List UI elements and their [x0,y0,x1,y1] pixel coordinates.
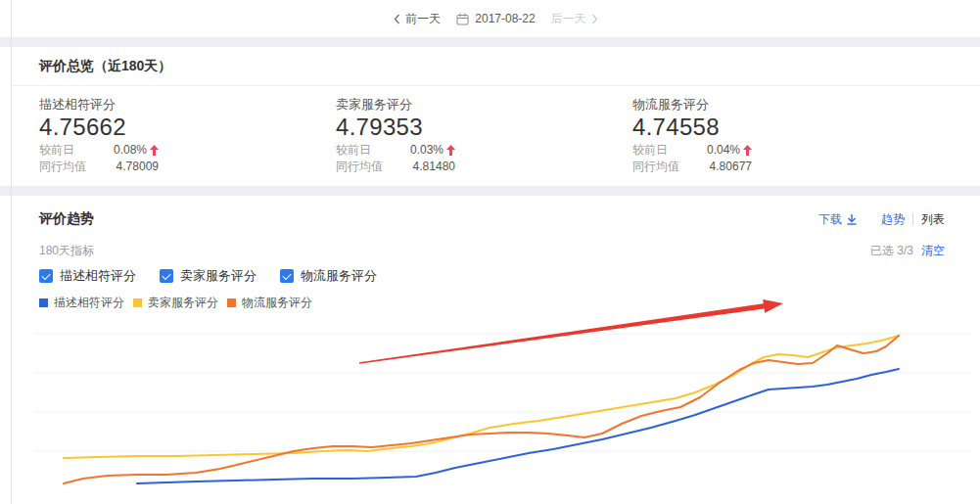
checkbox-logistics-service[interactable]: 物流服务评分 [280,267,377,285]
up-arrow-icon [446,145,455,156]
stat-logistics-service: 物流服务评分 4.74558 较前日 0.04% 同行均值 4.80677 [632,96,929,175]
vs-prev-day-value: 0.08% [114,142,147,159]
peer-avg-value: 4.80677 [710,159,752,175]
selected-count: 已选 3/3 [870,243,913,259]
stat-seller-service: 卖家服务评分 4.79353 较前日 0.03% 同行均值 4.81480 [336,96,632,175]
vs-prev-day-value: 0.03% [410,142,443,159]
calendar-icon [456,13,469,25]
prev-day-label: 前一天 [405,11,441,27]
checkbox-label: 描述相符评分 [60,267,136,285]
period-label: 180天指标 [39,243,94,259]
legend-swatch-blue [39,298,48,307]
legend-label: 物流服务评分 [242,295,312,311]
date-navigation-bar: 前一天 2017-08-22 后一天 [12,0,980,37]
legend-label: 描述相符评分 [54,295,124,311]
peer-avg-label: 同行均值 [336,159,393,175]
vs-prev-day-label: 较前日 [632,142,689,159]
overview-stats: 描述相符评分 4.75662 较前日 0.08% 同行均值 4.78009 卖家… [12,86,980,175]
download-button[interactable]: 下载 [818,211,858,228]
stat-desc-match: 描述相符评分 4.75662 较前日 0.08% 同行均值 4.78009 [39,96,336,175]
checkbox-checked-icon [39,269,53,283]
legend-logistics-service: 物流服务评分 [227,295,312,311]
legend-swatch-orange [227,298,236,307]
view-switch-divider [912,213,913,225]
chevron-left-icon [394,14,400,24]
chevron-right-icon [591,14,598,24]
clear-selection-button[interactable]: 清空 [921,243,945,259]
prev-day-button[interactable]: 前一天 [394,11,441,27]
up-arrow-icon [743,145,752,156]
legend-label: 卖家服务评分 [148,295,218,311]
overview-card: 评价总览（近180天） 描述相符评分 4.75662 较前日 0.08% 同行均… [12,47,980,186]
peer-avg-label: 同行均值 [39,159,96,175]
vs-prev-day-value: 0.04% [707,142,740,159]
checkbox-label: 物流服务评分 [301,267,377,285]
stat-value: 4.79353 [336,113,632,142]
checkbox-checked-icon [160,269,173,283]
checkbox-seller-service[interactable]: 卖家服务评分 [160,267,257,285]
page-left-divider [11,0,12,504]
stat-label: 描述相符评分 [39,96,336,113]
peer-avg-value: 4.81480 [413,159,455,175]
chart-legend: 描述相符评分 卖家服务评分 物流服务评分 [39,295,945,311]
peer-avg-label: 同行均值 [632,159,689,175]
checkbox-checked-icon [280,269,294,283]
download-icon [846,213,858,225]
overview-title: 评价总览（近180天） [39,58,171,75]
stat-value: 4.75662 [39,113,336,142]
trend-title: 评价趋势 [39,210,94,228]
current-date: 2017-08-22 [475,12,535,25]
peer-avg-value: 4.78009 [117,159,159,175]
next-day-label: 后一天 [551,11,586,27]
date-picker[interactable]: 2017-08-22 [456,12,535,25]
stat-label: 物流服务评分 [632,96,929,113]
legend-desc-match: 描述相符评分 [39,295,124,311]
trend-card: 评价趋势 下载 趋势 列表 180天指标 已选 3/3 清空 [12,196,980,504]
metric-checkboxes: 描述相符评分 卖家服务评分 物流服务评分 [39,267,945,285]
checkbox-desc-match[interactable]: 描述相符评分 [39,267,136,285]
section-gap [0,186,980,196]
checkbox-label: 卖家服务评分 [180,267,257,285]
legend-swatch-yellow [133,298,142,307]
vs-prev-day-label: 较前日 [39,142,96,159]
up-arrow-icon [150,145,159,156]
legend-seller-service: 卖家服务评分 [133,295,218,311]
view-list-tab[interactable]: 列表 [921,211,945,228]
section-gap [0,37,980,47]
vs-prev-day-label: 较前日 [336,142,393,159]
stat-label: 卖家服务评分 [336,96,632,113]
view-trend-tab[interactable]: 趋势 [881,211,905,228]
stat-value: 4.74558 [632,113,929,142]
next-day-button[interactable]: 后一天 [551,11,598,27]
download-label: 下载 [818,211,842,228]
